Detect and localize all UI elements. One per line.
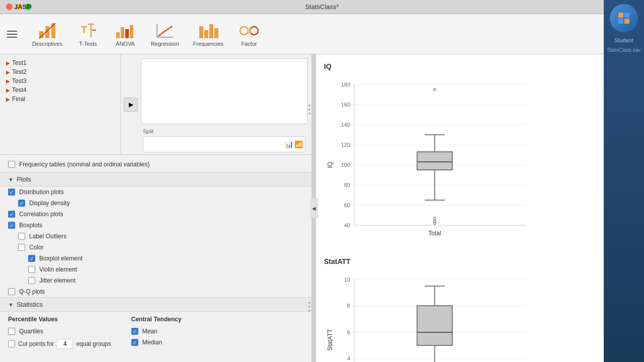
svg-text:140: 140 xyxy=(341,122,350,128)
plots-section-header[interactable]: ▼ Plots xyxy=(0,172,311,187)
frequencies-label: Frequencies xyxy=(193,41,224,47)
avatar-cell xyxy=(624,13,629,18)
avatar-cell xyxy=(618,19,623,24)
collapse-arrow-icon: ◀ xyxy=(312,206,316,211)
svg-point-24 xyxy=(250,27,258,35)
correlation-plots-label: Correlation plots xyxy=(19,211,63,218)
toolbar-btn-descriptives[interactable]: Descriptives xyxy=(26,19,68,50)
list-item[interactable]: ▶ Test2 xyxy=(4,67,116,76)
right-panel: IQ IQ 40 60 80 100 120 xyxy=(316,54,644,362)
svg-rect-9 xyxy=(125,29,129,38)
color-row: Color xyxy=(0,242,311,253)
arrow-button-area: ▶ xyxy=(121,54,141,154)
label-outliers-label: Label Outliers xyxy=(29,233,66,240)
statistics-content: Percentile Values Quartiles Cut points f… xyxy=(0,312,311,353)
jitter-element-checkbox[interactable] xyxy=(28,277,35,284)
percentile-values-col: Percentile Values Quartiles Cut points f… xyxy=(8,316,111,349)
iq-chart-svg: IQ 40 60 80 100 120 140 xyxy=(324,74,550,245)
statatt-chart-svg: StatATT 2 4 6 8 10 xyxy=(324,269,550,362)
color-checkbox[interactable] xyxy=(18,244,25,251)
toolbar-btn-factor[interactable]: Factor xyxy=(231,19,267,50)
distribution-plots-checkbox[interactable] xyxy=(8,189,15,196)
mean-checkbox[interactable] xyxy=(131,328,138,335)
factor-label: Factor xyxy=(242,41,257,47)
svg-rect-21 xyxy=(209,24,213,38)
svg-point-52 xyxy=(434,217,436,220)
toolbar-btn-ttests[interactable]: T T-Tests xyxy=(70,19,106,50)
jitter-element-label: Jitter element xyxy=(39,277,75,284)
statatt-chart-title: StatATT xyxy=(324,257,636,265)
move-right-button[interactable]: ▶ xyxy=(124,98,138,112)
list-item[interactable]: ▶ Test4 xyxy=(4,85,116,95)
display-density-label: Display density xyxy=(29,200,70,207)
close-button[interactable] xyxy=(6,4,13,10)
left-panel: ▶ Test1 ▶ Test2 ▶ Test3 ▶ Test4 ▶ Fina xyxy=(0,54,312,362)
var-arrow-icon: ▶ xyxy=(6,97,10,102)
violin-element-label: Violin element xyxy=(39,266,77,273)
cut-points-checkbox[interactable] xyxy=(8,340,15,347)
svg-text:120: 120 xyxy=(341,142,350,148)
window-title: StatsClass* xyxy=(305,3,339,11)
correlation-plots-checkbox[interactable] xyxy=(8,211,15,218)
drag-dot xyxy=(308,113,310,115)
svg-text:80: 80 xyxy=(344,182,350,188)
bottom-drag-handle[interactable] xyxy=(307,302,311,312)
mean-label: Mean xyxy=(142,328,157,335)
boxplot-element-checkbox[interactable] xyxy=(28,255,35,262)
quartiles-checkbox[interactable] xyxy=(8,328,15,335)
var-name: Test2 xyxy=(12,68,27,75)
var-name: Test3 xyxy=(12,77,27,84)
split-drop-zone[interactable]: 📊 📶 xyxy=(143,136,305,152)
drop-zone-top[interactable] xyxy=(141,58,307,124)
label-outliers-row: Label Outliers xyxy=(0,231,311,242)
drag-dot xyxy=(308,310,310,312)
anova-label: ANOVA xyxy=(116,41,135,47)
svg-text:4: 4 xyxy=(347,355,350,361)
var-name: Test4 xyxy=(12,86,27,94)
split-label: Split xyxy=(143,128,305,134)
panel-splitter[interactable]: ◀ xyxy=(312,54,316,362)
split-section: Split 📊 📶 xyxy=(141,128,307,152)
var-name: Final xyxy=(12,96,25,103)
svg-rect-20 xyxy=(204,30,208,38)
hamburger-line-2 xyxy=(7,34,17,35)
boxplots-checkbox[interactable] xyxy=(8,222,15,229)
statatt-chart-container: StatATT StatATT 2 4 6 8 10 xyxy=(324,257,636,362)
drag-dot xyxy=(308,306,310,308)
median-label: Median xyxy=(142,339,162,346)
svg-rect-8 xyxy=(121,27,124,38)
regression-icon xyxy=(155,22,175,40)
regression-label: Regression xyxy=(151,41,179,47)
avatar-cell xyxy=(618,13,623,18)
options-panel: Frequency tables (nominal and ordinal va… xyxy=(0,155,311,362)
display-density-checkbox[interactable] xyxy=(18,200,25,207)
statistics-section-title: Statistics xyxy=(17,301,43,308)
toolbar-btn-frequencies[interactable]: Frequencies xyxy=(187,19,230,50)
statistics-section-header[interactable]: ▼ Statistics xyxy=(0,297,311,312)
display-density-row: Display density xyxy=(0,198,311,209)
hamburger-menu[interactable] xyxy=(4,26,20,42)
hamburger-line-1 xyxy=(7,31,17,32)
statsclass-file-label: StatsClass.sav xyxy=(607,47,640,53)
list-item[interactable]: ▶ Final xyxy=(4,95,116,104)
qq-plots-checkbox[interactable] xyxy=(8,288,15,295)
iq-x-label: Total xyxy=(428,230,441,237)
collapse-panel-button[interactable]: ◀ xyxy=(310,198,318,218)
cut-points-input[interactable] xyxy=(57,339,73,349)
list-item[interactable]: ▶ Test3 xyxy=(4,76,116,85)
drag-dot xyxy=(308,105,310,107)
violin-element-checkbox[interactable] xyxy=(28,266,35,273)
quartiles-row: Quartiles xyxy=(8,326,111,337)
svg-line-18 xyxy=(158,26,172,36)
cut-points-label: Cut points for xyxy=(18,340,54,347)
svg-point-25 xyxy=(247,27,251,35)
list-item[interactable]: ▶ Test1 xyxy=(4,58,116,67)
right-sidebar: Student StatsClass.sav xyxy=(604,0,644,362)
toolbar-btn-anova[interactable]: ANOVA xyxy=(108,19,143,50)
toolbar-btn-regression[interactable]: Regression xyxy=(145,19,185,50)
median-checkbox[interactable] xyxy=(131,339,138,346)
label-outliers-checkbox[interactable] xyxy=(18,233,25,240)
statistics-columns: Percentile Values Quartiles Cut points f… xyxy=(8,316,303,349)
vertical-drag-handle[interactable] xyxy=(307,105,311,115)
frequency-tables-checkbox[interactable] xyxy=(8,161,15,168)
